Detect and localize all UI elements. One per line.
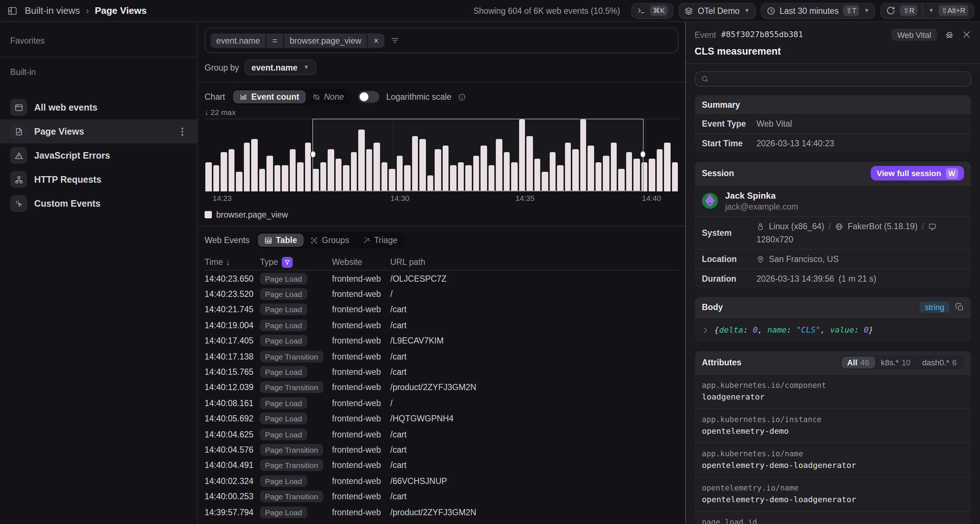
event-time: 14:39:57.794 xyxy=(205,508,260,516)
attr-tab-all[interactable]: All46 xyxy=(841,357,875,368)
search-input[interactable] xyxy=(713,75,965,83)
logarithmic-scale-toggle[interactable] xyxy=(359,91,380,103)
session-header: Session View full session W xyxy=(695,162,971,185)
brush-handle-left[interactable] xyxy=(310,151,316,158)
table-row[interactable]: 14:40:17.405 Page Load frontend-web /L9E… xyxy=(205,333,679,349)
chevron-down-icon: ▼ xyxy=(744,7,750,14)
event-time: 14:40:21.745 xyxy=(205,305,260,314)
command-palette-button[interactable]: ⌘K xyxy=(631,3,673,19)
table-row[interactable]: 14:40:23.520 Page Load frontend-web / xyxy=(205,286,679,302)
column-header-url-path[interactable]: URL path xyxy=(390,258,679,266)
chart-bar xyxy=(297,162,303,191)
x-axis-tick-label: 14:30 xyxy=(390,194,410,202)
web-events-section: Web Events Table Groups Triage xyxy=(198,226,685,524)
body-json-row[interactable]: {delta: 0, name: "CLS", value: 0} xyxy=(695,317,971,342)
filter-bar: event.name = browser.page_view × xyxy=(205,28,679,53)
column-header-time[interactable]: Time ↓ xyxy=(205,258,260,266)
breadcrumb-section[interactable]: Built-in views xyxy=(25,5,80,16)
table-row[interactable]: 14:40:04.625 Page Load frontend-web /car… xyxy=(205,427,679,442)
chart-bar xyxy=(282,165,288,191)
table-row[interactable]: 14:40:17.138 Page Transition frontend-we… xyxy=(205,349,679,364)
table-icon xyxy=(264,236,272,244)
legend-checkbox[interactable] xyxy=(205,211,212,218)
table-row[interactable]: 14:39:57.794 Page Load frontend-web /pro… xyxy=(205,504,679,520)
session-duration-row: Duration 2026-03-13 14:39:56 (1 m 21 s) xyxy=(695,268,971,288)
table-row[interactable]: 14:40:21.745 Page Load frontend-web /car… xyxy=(205,302,679,318)
group-by-row: Group by event.name ▼ xyxy=(205,60,679,75)
filter-value[interactable]: browser.page_view xyxy=(284,33,368,48)
table-row[interactable]: 14:40:00.253 Page Transition frontend-we… xyxy=(205,489,679,504)
time-selection-brush[interactable] xyxy=(312,119,644,191)
event-website: frontend-web xyxy=(332,430,390,438)
user-email: jack@example.com xyxy=(725,202,799,211)
chart-bar xyxy=(274,165,280,191)
filter-operator[interactable]: = xyxy=(266,33,283,48)
table-row[interactable]: 14:40:05.692 Page Load frontend-web /HQT… xyxy=(205,411,679,427)
dataset-selector-button[interactable]: OTel Demo ▼ xyxy=(679,3,756,19)
event-type-badge: Page Load xyxy=(260,335,307,347)
filter-lines-icon[interactable] xyxy=(390,36,400,45)
metric-none-option[interactable]: None xyxy=(306,90,351,103)
column-header-website[interactable]: Website xyxy=(332,258,390,266)
chart-bar xyxy=(213,165,219,191)
tab-groups[interactable]: Groups xyxy=(304,233,356,247)
chart-bar xyxy=(305,142,311,191)
filter-field[interactable]: event.name xyxy=(210,33,266,48)
chart-bar xyxy=(243,142,250,191)
event-url-path: / xyxy=(390,290,679,299)
event-title: CLS measurement xyxy=(695,46,971,57)
event-type-badge: Page Load xyxy=(260,366,307,378)
sidebar: Favorites Built-in All web events Page V… xyxy=(0,22,198,524)
column-header-type[interactable]: Type xyxy=(260,257,332,267)
table-row[interactable]: 14:40:04.491 Page Transition frontend-we… xyxy=(205,457,679,473)
time-range-button[interactable]: Last 30 minutes ⇧T ▼ xyxy=(760,3,875,19)
attribute-search[interactable] xyxy=(695,71,971,87)
x-axis-tick-label: 14:23 xyxy=(213,194,232,202)
chart-controls: Chart Event count None Logarithmic scale xyxy=(205,89,679,105)
event-type-badge: Page Load xyxy=(260,475,307,487)
chart-bar xyxy=(205,162,212,191)
group-by-select[interactable]: event.name ▼ xyxy=(245,60,316,75)
sidebar-item-custom-events[interactable]: Custom Events xyxy=(0,191,197,216)
table-row[interactable]: 14:40:08.161 Page Load frontend-web / xyxy=(205,395,679,411)
event-time: 14:40:23.520 xyxy=(205,290,260,299)
sidebar-toggle-icon[interactable] xyxy=(7,5,18,16)
session-user-row: Jack Spinka jack@example.com xyxy=(695,185,971,216)
sidebar-item-page-views[interactable]: Page Views ⋮ xyxy=(0,119,197,143)
browser-window-icon xyxy=(10,99,27,116)
refresh-button-group[interactable]: ⇧R ▼ ⇧Alt+R xyxy=(881,3,974,19)
column-filter-icon[interactable] xyxy=(282,257,293,267)
sidebar-item-http-requests[interactable]: HTTP Requests xyxy=(0,167,197,191)
table-row[interactable]: 14:40:15.765 Page Load frontend-web /car… xyxy=(205,364,679,380)
attr-tab-dash0[interactable]: dash0.*6 xyxy=(916,357,963,368)
remove-filter-icon[interactable]: × xyxy=(368,33,384,48)
tab-triage[interactable]: Triage xyxy=(356,233,404,247)
eye-off-icon xyxy=(312,93,320,101)
table-row[interactable]: 14:40:19.004 Page Load frontend-web /car… xyxy=(205,317,679,333)
kebab-menu-icon[interactable]: ⋮ xyxy=(178,126,187,137)
view-mode-segmented: Table Groups Triage xyxy=(256,232,406,248)
event-url-path: /product/2ZYFJ3GM2N xyxy=(390,383,679,392)
table-row[interactable]: 14:40:12.039 Page Transition frontend-we… xyxy=(205,380,679,395)
copy-icon[interactable] xyxy=(955,303,964,311)
metric-event-count-option[interactable]: Event count xyxy=(233,90,306,103)
table-row[interactable]: 14:40:04.576 Page Transition frontend-we… xyxy=(205,442,679,458)
table-row[interactable]: 14:40:23.650 Page Load frontend-web /OLJ… xyxy=(205,271,679,286)
table-row[interactable]: 14:40:02.324 Page Load frontend-web /66V… xyxy=(205,473,679,489)
legend-label: browser.page_view xyxy=(216,210,288,219)
sidebar-item-all-web-events[interactable]: All web events xyxy=(0,95,197,119)
event-time: 14:40:15.765 xyxy=(205,368,260,376)
chart-bar xyxy=(656,149,663,191)
filter-chip[interactable]: event.name = browser.page_view × xyxy=(210,33,384,48)
attr-tab-k8s[interactable]: k8s.*10 xyxy=(875,357,916,368)
close-icon[interactable] xyxy=(962,30,971,39)
incognito-icon[interactable] xyxy=(944,30,955,40)
chart-metric-segmented: Event count None xyxy=(232,89,352,105)
info-icon[interactable] xyxy=(458,93,466,101)
event-url-path: /66VCHSJNUP xyxy=(390,477,679,486)
tab-table[interactable]: Table xyxy=(258,233,304,247)
sidebar-item-javascript-errors[interactable]: JavaScript Errors xyxy=(0,143,197,167)
event-url-path: /product/2ZYFJ3GM2N xyxy=(390,508,679,516)
chart-legend-item[interactable]: browser.page_view xyxy=(205,210,679,219)
view-full-session-button[interactable]: View full session W xyxy=(871,166,964,181)
